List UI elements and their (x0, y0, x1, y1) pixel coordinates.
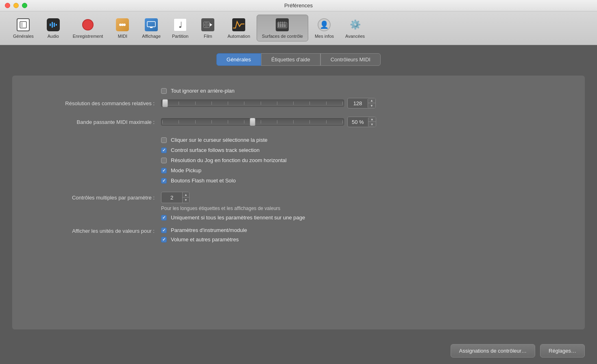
toolbar-item-surfaces[interactable]: Surfaces de contrôle (257, 15, 308, 41)
toolbar-label-affichage: Affichage (142, 34, 161, 39)
svg-rect-11 (149, 27, 153, 27)
tab-etiquettes[interactable]: Étiquettes d'aide (261, 53, 320, 66)
resolution-row: Résolution des commandes relatives : (28, 98, 569, 108)
cliquer-curseur-row: Cliquer sur le curseur sélectionne la pi… (161, 137, 569, 143)
resolution-decrement[interactable]: ▼ (368, 103, 375, 108)
tout-ignorer-checkbox[interactable] (161, 88, 167, 94)
toolbar-item-mesinfos[interactable]: 👤 Mes infos (310, 15, 339, 41)
boutons-flash-row: Boutons Flash muet et Solo (161, 178, 569, 184)
title-bar: Préférences (0, 0, 597, 11)
resolution-value: 128 (348, 99, 368, 108)
controles-multiples-down[interactable]: ▼ (183, 197, 189, 203)
tab-generales[interactable]: Générales (216, 53, 261, 66)
user-icon: 👤 (317, 17, 331, 32)
automation-icon (231, 17, 246, 32)
parametres-instrument-checkbox[interactable] (161, 228, 167, 233)
resolution-label: Résolution des commandes relatives : (28, 100, 155, 106)
window-title: Préférences (284, 2, 313, 9)
toolbar-item-avancees[interactable]: ⚙️ Avancées (340, 15, 370, 41)
afficher-unites-checkboxes: Paramètres d'instrument/module Volume et… (161, 227, 247, 243)
mode-pickup-label: Mode Pickup (171, 167, 201, 173)
minimize-button[interactable] (13, 3, 19, 8)
close-button[interactable] (5, 3, 10, 8)
uniquement-si-checkbox[interactable] (161, 215, 167, 221)
bande-passante-slider-thumb[interactable] (250, 118, 255, 126)
bottom-bar: Assignations de contrôleur… Réglages… (0, 338, 597, 364)
controles-multiples-label: Contrôles multiples par paramètre : (28, 195, 155, 201)
midi-icon (115, 17, 130, 32)
gear-icon: ⚙️ (348, 17, 362, 32)
resolution-jog-checkbox[interactable] (161, 158, 167, 163)
pour-les-longues-label: Pour les longues étiquettes et les affic… (161, 206, 569, 211)
mode-pickup-row: Mode Pickup (161, 167, 569, 173)
tout-ignorer-label: Tout ignorer en arrière-plan (171, 88, 235, 94)
controles-multiples-up[interactable]: ▲ (183, 192, 189, 197)
toolbar-label-generales: Générales (13, 34, 34, 39)
svg-rect-2 (50, 24, 51, 26)
svg-rect-9 (147, 22, 155, 27)
toolbar-item-affichage[interactable]: Affichage (137, 15, 166, 41)
svg-rect-20 (280, 24, 281, 27)
resolution-jog-row: Résolution du Jog en fonction du zoom ho… (161, 157, 569, 163)
uniquement-si-row: Uniquement si tous les paramètres tienne… (161, 214, 569, 221)
resolution-slider-track[interactable] (161, 100, 344, 107)
svg-point-8 (123, 24, 126, 26)
svg-rect-16 (204, 26, 205, 27)
bande-passante-row: Bande passante MIDI maximale : (28, 117, 569, 127)
audio-icon (46, 17, 61, 32)
record-icon (81, 17, 95, 32)
bande-passante-increment[interactable]: ▲ (368, 117, 376, 122)
bande-passante-slider-container: 50 % ▲ ▼ (161, 117, 376, 127)
resolution-stepper: 128 ▲ ▼ (347, 98, 376, 108)
volume-autres-checkbox[interactable] (161, 237, 167, 243)
svg-rect-3 (52, 22, 53, 28)
uniquement-si-label: Uniquement si tous les paramètres tienne… (171, 214, 305, 221)
svg-rect-19 (278, 23, 279, 27)
toolbar-item-automation[interactable]: Automation (222, 15, 255, 41)
assignations-button[interactable]: Assignations de contrôleur… (451, 344, 535, 358)
control-surface-checkbox[interactable] (161, 147, 167, 153)
display-icon (144, 17, 159, 32)
svg-rect-5 (56, 24, 57, 26)
tab-controleurs[interactable]: Contrôleurs MIDI (320, 53, 381, 66)
svg-marker-13 (210, 23, 212, 26)
toolbar-label-enregistrement: Enregistrement (73, 34, 103, 39)
svg-rect-22 (284, 24, 285, 27)
resolution-slider-container: 128 ▲ ▼ (161, 98, 376, 108)
controles-multiples-row: Contrôles multiples par paramètre : 2 ▲ … (28, 192, 569, 203)
resolution-slider-thumb[interactable] (162, 99, 168, 107)
toolbar: Générales Audio Enregistrement MIDI (0, 11, 597, 45)
controles-multiples-value: 2 (161, 193, 182, 202)
surfaces-icon (275, 17, 290, 32)
resolution-jog-label: Résolution du Jog en fonction du zoom ho… (171, 157, 287, 163)
bande-passante-label: Bande passante MIDI maximale : (28, 119, 155, 125)
toolbar-label-midi: MIDI (118, 34, 127, 39)
resolution-increment[interactable]: ▲ (368, 98, 375, 103)
bande-passante-slider-track[interactable] (161, 118, 344, 126)
toolbar-label-avancees: Avancées (345, 34, 365, 39)
toolbar-label-automation: Automation (227, 34, 250, 39)
mode-pickup-checkbox[interactable] (161, 168, 167, 173)
toolbar-item-enregistrement[interactable]: Enregistrement (68, 15, 108, 41)
volume-autres-label: Volume et autres paramètres (171, 236, 239, 243)
afficher-unites-row: Afficher les unités de valeurs pour : Pa… (28, 227, 569, 243)
toolbar-item-generales[interactable]: Générales (8, 15, 39, 41)
toolbar-label-partition: Partition (172, 34, 188, 39)
cliquer-curseur-label: Cliquer sur le curseur sélectionne la pi… (171, 137, 268, 143)
controles-multiples-spinner[interactable]: 2 ▲ ▼ (161, 192, 190, 203)
toolbar-item-audio[interactable]: Audio (40, 15, 66, 41)
cliquer-curseur-checkbox[interactable] (161, 137, 167, 143)
reglages-button[interactable]: Réglages… (540, 344, 585, 358)
toolbar-item-partition[interactable]: ♩ Partition (167, 15, 193, 41)
maximize-button[interactable] (22, 3, 27, 8)
main-content: Générales Étiquettes d'aide Contrôleurs … (0, 45, 597, 338)
toolbar-item-midi[interactable]: MIDI (109, 15, 135, 41)
svg-rect-15 (208, 22, 209, 24)
svg-rect-17 (208, 26, 209, 27)
tab-bar: Générales Étiquettes d'aide Contrôleurs … (12, 53, 585, 66)
toolbar-item-film[interactable]: Film (195, 15, 221, 41)
bande-passante-value: 50 % (348, 118, 368, 126)
bande-passante-decrement[interactable]: ▼ (368, 122, 376, 127)
svg-rect-1 (21, 22, 23, 27)
boutons-flash-checkbox[interactable] (161, 178, 167, 184)
